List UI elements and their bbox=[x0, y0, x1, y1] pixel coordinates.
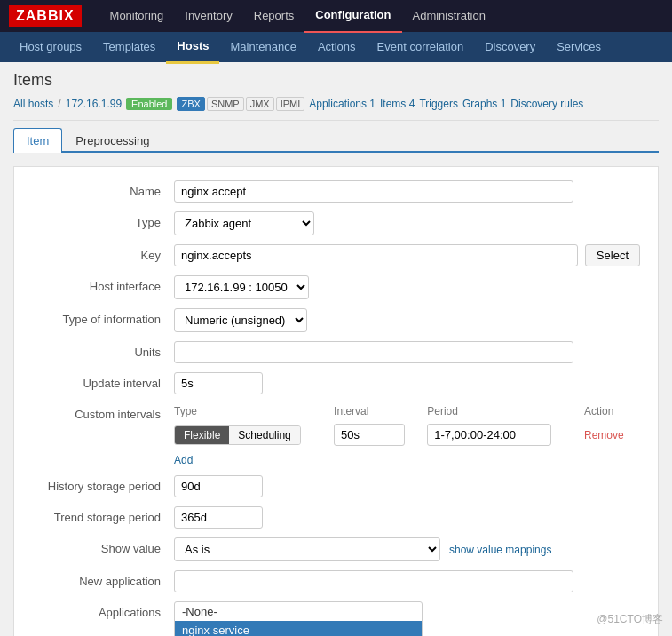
status-badge: Enabled bbox=[126, 98, 172, 110]
show-value-row: Show value As is show value mappings bbox=[32, 537, 640, 561]
form-container: Name Type Zabbix agent Zabbix agent (act… bbox=[13, 166, 659, 636]
subnav-actions[interactable]: Actions bbox=[307, 32, 367, 62]
key-input[interactable] bbox=[174, 244, 578, 266]
tab-applications[interactable]: Applications 1 bbox=[309, 98, 376, 110]
subnav-services[interactable]: Services bbox=[546, 32, 612, 62]
nav-administration[interactable]: Administration bbox=[402, 0, 496, 32]
history-input[interactable] bbox=[174, 475, 263, 497]
update-interval-label: Update interval bbox=[32, 372, 174, 390]
interval-value-input[interactable] bbox=[334, 424, 405, 446]
type-info-control: Numeric (unsigned) Numeric (float) Chara… bbox=[174, 308, 640, 332]
col-type: Type bbox=[174, 403, 334, 421]
history-control bbox=[174, 475, 640, 497]
name-control bbox=[174, 180, 640, 203]
new-application-input[interactable] bbox=[174, 570, 573, 592]
show-value-inner: As is show value mappings bbox=[174, 537, 640, 561]
host-interface-control: 172.16.1.99 : 10050 bbox=[174, 275, 640, 299]
name-input[interactable] bbox=[174, 180, 573, 203]
history-label: History storage period bbox=[32, 475, 174, 493]
breadcrumb-sep1: / bbox=[58, 98, 60, 110]
period-value-cell bbox=[427, 421, 584, 449]
new-application-row: New application bbox=[32, 570, 640, 592]
type-row: Type Zabbix agent Zabbix agent (active) … bbox=[32, 211, 640, 235]
col-interval: Interval bbox=[334, 403, 427, 421]
subnav-event-correlation[interactable]: Event correlation bbox=[367, 32, 475, 62]
host-interface-select[interactable]: 172.16.1.99 : 10050 bbox=[174, 275, 309, 299]
applications-list: -None- nginx service bbox=[174, 601, 423, 636]
tab-triggers[interactable]: Triggers bbox=[419, 98, 458, 110]
breadcrumb-all-hosts[interactable]: All hosts bbox=[13, 98, 53, 110]
tab-preprocessing[interactable]: Preprocessing bbox=[62, 128, 162, 153]
type-info-select[interactable]: Numeric (unsigned) Numeric (float) Chara… bbox=[174, 308, 307, 332]
custom-interval-row: Flexible Scheduling Remov bbox=[174, 421, 640, 449]
name-row: Name bbox=[32, 180, 640, 203]
type-info-label: Type of information bbox=[32, 308, 174, 326]
subnav-hosts[interactable]: Hosts bbox=[166, 31, 219, 64]
nav-monitoring[interactable]: Monitoring bbox=[99, 0, 175, 32]
col-action: Action bbox=[584, 403, 640, 421]
scheduling-btn[interactable]: Scheduling bbox=[229, 426, 299, 444]
subnav-host-groups[interactable]: Host groups bbox=[9, 32, 92, 62]
tab-items[interactable]: Items 4 bbox=[380, 98, 415, 110]
trend-input[interactable] bbox=[174, 506, 263, 529]
type-select[interactable]: Zabbix agent Zabbix agent (active) Simpl… bbox=[174, 211, 314, 235]
sub-navigation: Host groups Templates Hosts Maintenance … bbox=[0, 32, 672, 62]
units-label: Units bbox=[32, 341, 174, 359]
proto-zbx[interactable]: ZBX bbox=[177, 97, 204, 111]
subnav-templates[interactable]: Templates bbox=[92, 32, 166, 62]
tab-graphs[interactable]: Graphs 1 bbox=[462, 98, 506, 110]
page-title: Items bbox=[13, 71, 659, 90]
proto-snmp[interactable]: SNMP bbox=[207, 97, 244, 111]
show-value-select[interactable]: As is bbox=[174, 537, 440, 561]
interval-type-toggle: Flexible Scheduling bbox=[174, 425, 301, 445]
key-label: Key bbox=[32, 244, 174, 262]
show-value-label: Show value bbox=[32, 537, 174, 555]
period-value-input[interactable] bbox=[427, 424, 551, 446]
custom-intervals-label: Custom intervals bbox=[32, 403, 174, 421]
subnav-discovery[interactable]: Discovery bbox=[474, 32, 546, 62]
new-application-label: New application bbox=[32, 570, 174, 588]
custom-intervals-table: Type Interval Period Action Flexible Sch… bbox=[174, 403, 640, 449]
update-interval-input[interactable] bbox=[174, 372, 263, 394]
type-info-row: Type of information Numeric (unsigned) N… bbox=[32, 308, 640, 332]
interval-value-cell bbox=[334, 421, 427, 449]
nav-configuration[interactable]: Configuration bbox=[304, 0, 401, 33]
divider bbox=[13, 120, 659, 121]
select-button[interactable]: Select bbox=[585, 244, 640, 266]
remove-link[interactable]: Remove bbox=[584, 429, 624, 441]
type-label: Type bbox=[32, 211, 174, 229]
nav-reports[interactable]: Reports bbox=[243, 0, 305, 32]
trend-row: Trend storage period bbox=[32, 506, 640, 529]
applications-label: Applications bbox=[32, 601, 174, 619]
interval-type-cell: Flexible Scheduling bbox=[174, 421, 334, 449]
page-content: Items All hosts / 172.16.1.99 Enabled ZB… bbox=[0, 62, 672, 636]
key-control: Select bbox=[174, 244, 640, 266]
tab-item[interactable]: Item bbox=[13, 128, 62, 153]
proto-badges: ZBX SNMP JMX IPMI bbox=[177, 97, 304, 111]
add-interval-button[interactable]: Add bbox=[174, 454, 193, 466]
new-application-control bbox=[174, 570, 640, 592]
action-cell: Remove bbox=[584, 421, 640, 449]
units-control bbox=[174, 341, 640, 363]
value-mappings-link[interactable]: show value mappings bbox=[449, 544, 551, 556]
flexible-btn[interactable]: Flexible bbox=[175, 426, 229, 444]
applications-control: -None- nginx service bbox=[174, 601, 640, 636]
name-label: Name bbox=[32, 180, 174, 198]
proto-jmx[interactable]: JMX bbox=[246, 97, 274, 111]
history-row: History storage period bbox=[32, 475, 640, 497]
proto-ipmi[interactable]: IPMI bbox=[276, 97, 305, 111]
update-interval-control bbox=[174, 372, 640, 394]
tab-discovery-rules[interactable]: Discovery rules bbox=[510, 98, 583, 110]
app-list-item-none[interactable]: -None- bbox=[175, 602, 422, 621]
nav-inventory[interactable]: Inventory bbox=[174, 0, 242, 32]
units-input[interactable] bbox=[174, 341, 573, 363]
watermark: @51CTO博客 bbox=[597, 612, 663, 627]
top-navigation: ZABBIX Monitoring Inventory Reports Conf… bbox=[0, 0, 672, 32]
host-interface-row: Host interface 172.16.1.99 : 10050 bbox=[32, 275, 640, 299]
app-list-item-nginx[interactable]: nginx service bbox=[175, 621, 422, 636]
units-row: Units bbox=[32, 341, 640, 363]
subnav-maintenance[interactable]: Maintenance bbox=[219, 32, 306, 62]
key-input-row: Select bbox=[174, 244, 640, 266]
breadcrumb: All hosts / 172.16.1.99 Enabled ZBX SNMP… bbox=[13, 97, 659, 111]
breadcrumb-ip[interactable]: 172.16.1.99 bbox=[66, 98, 122, 110]
